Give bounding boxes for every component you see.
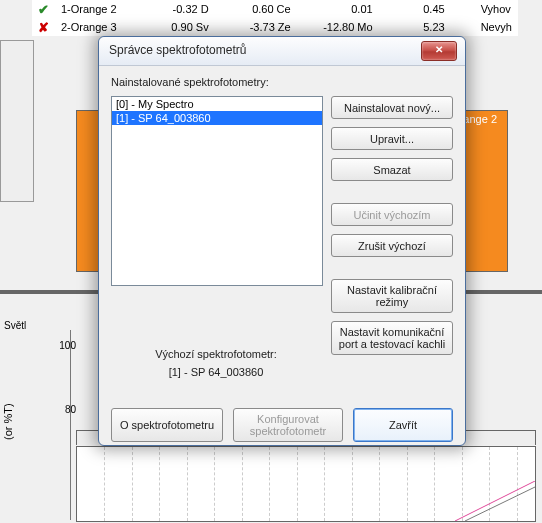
cell: Vyhov (451, 0, 518, 18)
configure-spectro-button[interactable]: Konfigurovat spektrofotometr (233, 408, 343, 442)
list-label: Nainstalované spektrofotometry: (111, 76, 453, 88)
install-new-button[interactable]: Nainstalovat nový... (331, 96, 453, 119)
chart-lines (455, 481, 535, 521)
close-icon: ✕ (435, 44, 443, 55)
calibration-modes-button[interactable]: Nastavit kalibrační režimy (331, 279, 453, 313)
close-button[interactable]: ✕ (421, 41, 457, 61)
cell: 0.90 Sv (123, 18, 215, 36)
cell: -0.32 D (123, 0, 215, 18)
cell: 0.01 (297, 0, 379, 18)
cell: Nevyh (451, 18, 518, 36)
dialog-titlebar[interactable]: Správce spektrofotometrů ✕ (99, 37, 465, 66)
dialog-title: Správce spektrofotometrů (109, 43, 246, 57)
comm-port-button[interactable]: Nastavit komunikační port a testovací ka… (331, 321, 453, 355)
cell: 0.45 (379, 0, 451, 18)
svg-line-13 (455, 481, 535, 521)
y-axis-label: (or %T) (2, 403, 14, 440)
chart-area[interactable] (76, 446, 536, 522)
cell-name: 2-Orange 3 (55, 18, 123, 36)
default-spectro-label: Výchozí spektrofotometr: (111, 348, 321, 360)
cell: 5.23 (379, 18, 451, 36)
delete-button[interactable]: Smazat (331, 158, 453, 181)
table-row[interactable]: ✘ 2-Orange 3 0.90 Sv -3.73 Ze -12.80 Mo … (32, 18, 518, 36)
make-default-button[interactable]: Učinit výchozím (331, 203, 453, 226)
list-item[interactable]: [0] - My Spectro (112, 97, 322, 111)
cell: -12.80 Mo (297, 18, 379, 36)
cancel-default-button[interactable]: Zrušit výchozí (331, 234, 453, 257)
cell: -3.73 Ze (215, 18, 297, 36)
left-panel (0, 40, 34, 202)
close-dialog-button[interactable]: Zavřít (353, 408, 453, 442)
svg-line-14 (465, 487, 535, 521)
cell-name: 1-Orange 2 (55, 0, 123, 18)
check-icon: ✔ (38, 2, 49, 17)
default-spectro-value: [1] - SP 64_003860 (111, 366, 321, 378)
spectro-manager-dialog: Správce spektrofotometrů ✕ Nainstalované… (98, 36, 466, 446)
table-row[interactable]: ✔ 1-Orange 2 -0.32 D 0.60 Ce 0.01 0.45 V… (32, 0, 518, 18)
x-icon: ✘ (38, 20, 49, 35)
edit-button[interactable]: Upravit... (331, 127, 453, 150)
cell: 0.60 Ce (215, 0, 297, 18)
spectro-listbox[interactable]: [0] - My Spectro [1] - SP 64_003860 (111, 96, 323, 286)
data-table: ✔ 1-Orange 2 -0.32 D 0.60 Ce 0.01 0.45 V… (32, 0, 518, 36)
axis-corner-label: Světl (4, 320, 26, 331)
about-spectro-button[interactable]: O spektrofotometru (111, 408, 223, 442)
list-item[interactable]: [1] - SP 64_003860 (112, 111, 322, 125)
